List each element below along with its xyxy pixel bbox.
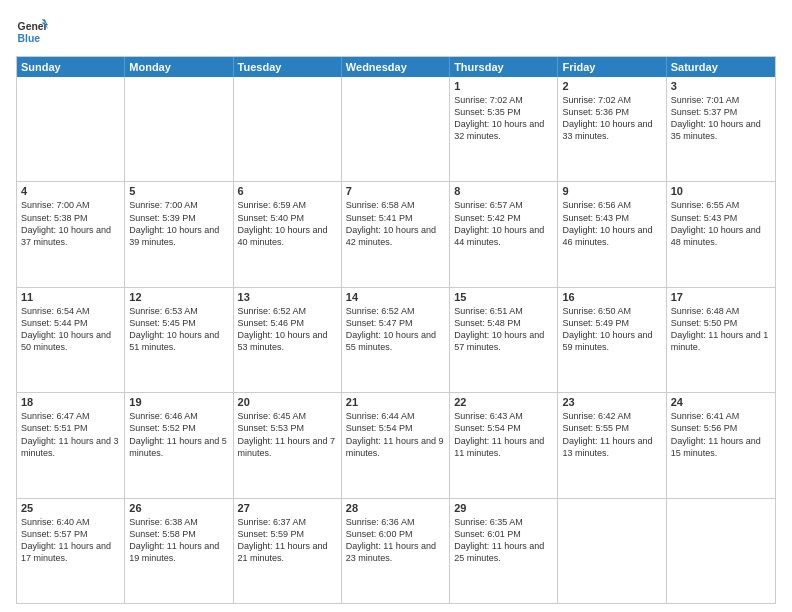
day-number: 9 <box>562 185 661 197</box>
calendar-cell <box>667 499 775 603</box>
cell-info: Sunrise: 7:00 AM Sunset: 5:38 PM Dayligh… <box>21 199 120 248</box>
cell-info: Sunrise: 6:57 AM Sunset: 5:42 PM Dayligh… <box>454 199 553 248</box>
day-number: 27 <box>238 502 337 514</box>
calendar-cell: 23Sunrise: 6:42 AM Sunset: 5:55 PM Dayli… <box>558 393 666 497</box>
calendar-cell: 8Sunrise: 6:57 AM Sunset: 5:42 PM Daylig… <box>450 182 558 286</box>
cell-info: Sunrise: 6:59 AM Sunset: 5:40 PM Dayligh… <box>238 199 337 248</box>
cell-info: Sunrise: 6:50 AM Sunset: 5:49 PM Dayligh… <box>562 305 661 354</box>
day-number: 26 <box>129 502 228 514</box>
calendar-cell: 10Sunrise: 6:55 AM Sunset: 5:43 PM Dayli… <box>667 182 775 286</box>
calendar-cell: 2Sunrise: 7:02 AM Sunset: 5:36 PM Daylig… <box>558 77 666 181</box>
calendar-cell <box>234 77 342 181</box>
calendar-cell: 28Sunrise: 6:36 AM Sunset: 6:00 PM Dayli… <box>342 499 450 603</box>
day-number: 28 <box>346 502 445 514</box>
day-number: 8 <box>454 185 553 197</box>
calendar-row: 4Sunrise: 7:00 AM Sunset: 5:38 PM Daylig… <box>17 182 775 287</box>
cell-info: Sunrise: 6:56 AM Sunset: 5:43 PM Dayligh… <box>562 199 661 248</box>
weekday-header: Thursday <box>450 57 558 77</box>
calendar-row: 1Sunrise: 7:02 AM Sunset: 5:35 PM Daylig… <box>17 77 775 182</box>
day-number: 11 <box>21 291 120 303</box>
day-number: 16 <box>562 291 661 303</box>
day-number: 3 <box>671 80 771 92</box>
calendar-row: 25Sunrise: 6:40 AM Sunset: 5:57 PM Dayli… <box>17 499 775 603</box>
calendar-cell: 11Sunrise: 6:54 AM Sunset: 5:44 PM Dayli… <box>17 288 125 392</box>
day-number: 21 <box>346 396 445 408</box>
day-number: 7 <box>346 185 445 197</box>
day-number: 23 <box>562 396 661 408</box>
day-number: 1 <box>454 80 553 92</box>
weekday-header: Friday <box>558 57 666 77</box>
cell-info: Sunrise: 6:36 AM Sunset: 6:00 PM Dayligh… <box>346 516 445 565</box>
calendar-cell: 6Sunrise: 6:59 AM Sunset: 5:40 PM Daylig… <box>234 182 342 286</box>
calendar-cell: 5Sunrise: 7:00 AM Sunset: 5:39 PM Daylig… <box>125 182 233 286</box>
day-number: 14 <box>346 291 445 303</box>
cell-info: Sunrise: 6:37 AM Sunset: 5:59 PM Dayligh… <box>238 516 337 565</box>
calendar-cell: 16Sunrise: 6:50 AM Sunset: 5:49 PM Dayli… <box>558 288 666 392</box>
day-number: 15 <box>454 291 553 303</box>
calendar: SundayMondayTuesdayWednesdayThursdayFrid… <box>16 56 776 604</box>
calendar-cell: 22Sunrise: 6:43 AM Sunset: 5:54 PM Dayli… <box>450 393 558 497</box>
calendar-cell <box>17 77 125 181</box>
calendar-cell: 9Sunrise: 6:56 AM Sunset: 5:43 PM Daylig… <box>558 182 666 286</box>
cell-info: Sunrise: 7:02 AM Sunset: 5:35 PM Dayligh… <box>454 94 553 143</box>
calendar-cell: 15Sunrise: 6:51 AM Sunset: 5:48 PM Dayli… <box>450 288 558 392</box>
calendar-cell: 21Sunrise: 6:44 AM Sunset: 5:54 PM Dayli… <box>342 393 450 497</box>
weekday-header: Wednesday <box>342 57 450 77</box>
calendar-cell <box>342 77 450 181</box>
calendar-cell: 4Sunrise: 7:00 AM Sunset: 5:38 PM Daylig… <box>17 182 125 286</box>
calendar-cell: 18Sunrise: 6:47 AM Sunset: 5:51 PM Dayli… <box>17 393 125 497</box>
cell-info: Sunrise: 6:41 AM Sunset: 5:56 PM Dayligh… <box>671 410 771 459</box>
weekday-header: Tuesday <box>234 57 342 77</box>
page: General Blue SundayMondayTuesdayWednesda… <box>0 0 792 612</box>
day-number: 17 <box>671 291 771 303</box>
cell-info: Sunrise: 6:45 AM Sunset: 5:53 PM Dayligh… <box>238 410 337 459</box>
calendar-cell: 26Sunrise: 6:38 AM Sunset: 5:58 PM Dayli… <box>125 499 233 603</box>
calendar-cell <box>125 77 233 181</box>
cell-info: Sunrise: 6:48 AM Sunset: 5:50 PM Dayligh… <box>671 305 771 354</box>
day-number: 4 <box>21 185 120 197</box>
day-number: 6 <box>238 185 337 197</box>
weekday-header: Monday <box>125 57 233 77</box>
cell-info: Sunrise: 6:52 AM Sunset: 5:46 PM Dayligh… <box>238 305 337 354</box>
cell-info: Sunrise: 6:58 AM Sunset: 5:41 PM Dayligh… <box>346 199 445 248</box>
header: General Blue <box>16 16 776 48</box>
cell-info: Sunrise: 6:47 AM Sunset: 5:51 PM Dayligh… <box>21 410 120 459</box>
calendar-cell: 20Sunrise: 6:45 AM Sunset: 5:53 PM Dayli… <box>234 393 342 497</box>
cell-info: Sunrise: 6:51 AM Sunset: 5:48 PM Dayligh… <box>454 305 553 354</box>
day-number: 25 <box>21 502 120 514</box>
calendar-header: SundayMondayTuesdayWednesdayThursdayFrid… <box>17 57 775 77</box>
logo: General Blue <box>16 16 52 48</box>
day-number: 22 <box>454 396 553 408</box>
calendar-cell: 13Sunrise: 6:52 AM Sunset: 5:46 PM Dayli… <box>234 288 342 392</box>
calendar-cell: 14Sunrise: 6:52 AM Sunset: 5:47 PM Dayli… <box>342 288 450 392</box>
calendar-cell: 1Sunrise: 7:02 AM Sunset: 5:35 PM Daylig… <box>450 77 558 181</box>
cell-info: Sunrise: 6:52 AM Sunset: 5:47 PM Dayligh… <box>346 305 445 354</box>
calendar-cell: 25Sunrise: 6:40 AM Sunset: 5:57 PM Dayli… <box>17 499 125 603</box>
calendar-body: 1Sunrise: 7:02 AM Sunset: 5:35 PM Daylig… <box>17 77 775 603</box>
cell-info: Sunrise: 6:38 AM Sunset: 5:58 PM Dayligh… <box>129 516 228 565</box>
day-number: 5 <box>129 185 228 197</box>
calendar-cell: 12Sunrise: 6:53 AM Sunset: 5:45 PM Dayli… <box>125 288 233 392</box>
cell-info: Sunrise: 6:46 AM Sunset: 5:52 PM Dayligh… <box>129 410 228 459</box>
calendar-cell: 17Sunrise: 6:48 AM Sunset: 5:50 PM Dayli… <box>667 288 775 392</box>
day-number: 10 <box>671 185 771 197</box>
weekday-header: Saturday <box>667 57 775 77</box>
cell-info: Sunrise: 6:42 AM Sunset: 5:55 PM Dayligh… <box>562 410 661 459</box>
day-number: 13 <box>238 291 337 303</box>
cell-info: Sunrise: 6:35 AM Sunset: 6:01 PM Dayligh… <box>454 516 553 565</box>
calendar-cell <box>558 499 666 603</box>
day-number: 19 <box>129 396 228 408</box>
cell-info: Sunrise: 7:00 AM Sunset: 5:39 PM Dayligh… <box>129 199 228 248</box>
calendar-cell: 3Sunrise: 7:01 AM Sunset: 5:37 PM Daylig… <box>667 77 775 181</box>
calendar-cell: 24Sunrise: 6:41 AM Sunset: 5:56 PM Dayli… <box>667 393 775 497</box>
logo-icon: General Blue <box>16 16 48 48</box>
cell-info: Sunrise: 7:02 AM Sunset: 5:36 PM Dayligh… <box>562 94 661 143</box>
cell-info: Sunrise: 6:53 AM Sunset: 5:45 PM Dayligh… <box>129 305 228 354</box>
day-number: 20 <box>238 396 337 408</box>
calendar-cell: 7Sunrise: 6:58 AM Sunset: 5:41 PM Daylig… <box>342 182 450 286</box>
day-number: 24 <box>671 396 771 408</box>
calendar-cell: 19Sunrise: 6:46 AM Sunset: 5:52 PM Dayli… <box>125 393 233 497</box>
cell-info: Sunrise: 6:43 AM Sunset: 5:54 PM Dayligh… <box>454 410 553 459</box>
day-number: 29 <box>454 502 553 514</box>
svg-text:Blue: Blue <box>18 33 41 44</box>
